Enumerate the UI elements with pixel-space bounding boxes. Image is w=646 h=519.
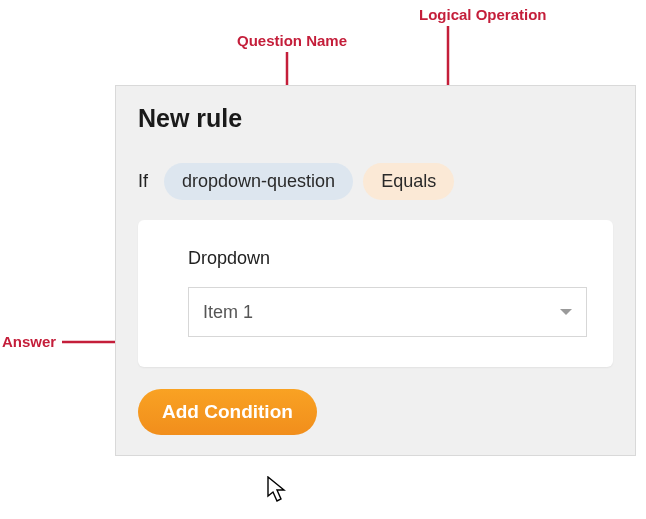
mouse-cursor-icon — [267, 476, 289, 502]
answer-dropdown[interactable]: Item 1 — [188, 287, 587, 337]
condition-row: If dropdown-question Equals — [138, 163, 613, 200]
if-label: If — [138, 171, 148, 192]
answer-card: Dropdown Item 1 — [138, 220, 613, 367]
logical-operation-chip[interactable]: Equals — [363, 163, 454, 200]
question-name-chip[interactable]: dropdown-question — [164, 163, 353, 200]
annotation-question-name-label: Question Name — [237, 32, 347, 49]
annotation-answer-label: Answer — [2, 333, 56, 350]
answer-field-title: Dropdown — [188, 248, 587, 269]
new-rule-panel: New rule If dropdown-question Equals Dro… — [115, 85, 636, 456]
dropdown-selected-value: Item 1 — [203, 302, 253, 323]
chevron-down-icon — [560, 309, 572, 315]
panel-title: New rule — [138, 104, 613, 133]
annotation-logical-operation-label: Logical Operation — [419, 6, 547, 23]
add-condition-button[interactable]: Add Condition — [138, 389, 317, 435]
